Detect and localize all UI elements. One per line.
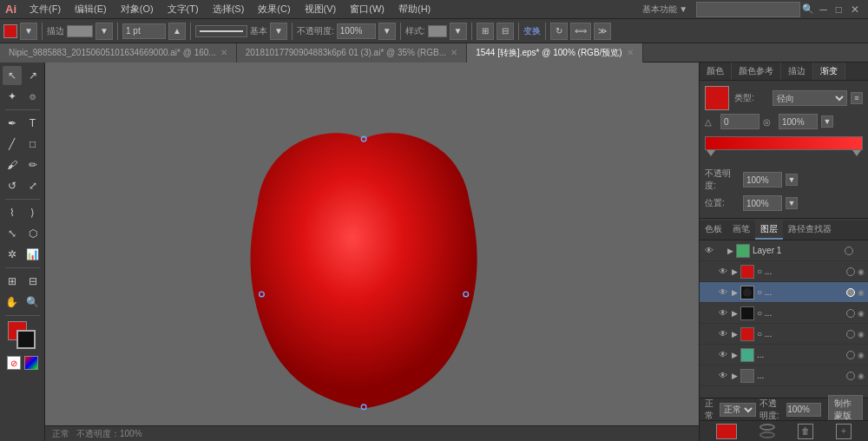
stroke-dropdown-btn[interactable]: ▼ bbox=[95, 23, 113, 40]
selection-tool[interactable]: ↖ bbox=[3, 66, 22, 85]
style-swatch[interactable] bbox=[428, 25, 447, 37]
width-tool[interactable]: ⟩ bbox=[23, 203, 43, 222]
tab-close-0[interactable]: ✕ bbox=[220, 48, 227, 57]
lasso-tool[interactable]: ⌾ bbox=[23, 87, 43, 106]
more-btn[interactable]: ≫ bbox=[594, 23, 611, 40]
close-icon[interactable]: ✕ bbox=[851, 3, 859, 16]
layer-item-3-target[interactable] bbox=[846, 330, 855, 339]
type-select[interactable]: 径向 bbox=[773, 90, 847, 106]
layer-1-target[interactable] bbox=[845, 247, 853, 255]
rotate-tool[interactable]: ↺ bbox=[3, 176, 22, 195]
new-layer-btn[interactable]: + bbox=[836, 424, 852, 439]
layer-item-1-target[interactable] bbox=[846, 288, 855, 297]
gradient-options-btn[interactable]: ≡ bbox=[851, 92, 863, 104]
layer-item-4-target[interactable] bbox=[846, 351, 855, 359]
reflect-btn[interactable]: ⟺ bbox=[570, 23, 591, 40]
slice-tool[interactable]: ⊟ bbox=[23, 272, 43, 291]
transform-label[interactable]: 变换 bbox=[523, 25, 541, 37]
layer-item-5[interactable]: 👁 ▶ ... ◉ bbox=[700, 365, 868, 386]
layer-1-eye-icon[interactable]: 👁 bbox=[703, 245, 715, 257]
layer-item-1-eye[interactable]: 👁 bbox=[717, 286, 729, 299]
menu-select[interactable]: 选择(S) bbox=[207, 1, 251, 17]
gradient-swatch[interactable] bbox=[705, 86, 729, 110]
gradient-tab[interactable]: 渐变 bbox=[813, 63, 845, 80]
gradient-color-btn[interactable] bbox=[24, 356, 38, 370]
stroke-width-up[interactable]: ▲ bbox=[168, 23, 186, 40]
hand-tool[interactable]: ✋ bbox=[3, 293, 22, 312]
menu-object[interactable]: 对象(O) bbox=[115, 1, 160, 17]
menu-edit[interactable]: 编辑(E) bbox=[69, 1, 113, 17]
artboard-tool[interactable]: ⊞ bbox=[3, 272, 22, 291]
pencil-tool[interactable]: ✏ bbox=[23, 155, 43, 174]
scale-input[interactable] bbox=[779, 114, 818, 129]
layer-item-3-eye[interactable]: 👁 bbox=[717, 328, 729, 340]
shape-tool[interactable]: □ bbox=[23, 135, 43, 154]
gradient-stop-right[interactable] bbox=[852, 150, 861, 156]
menu-text[interactable]: 文字(T) bbox=[161, 1, 205, 17]
position-dropdown-btn[interactable]: ▼ bbox=[786, 197, 798, 209]
menu-file[interactable]: 文件(F) bbox=[23, 1, 67, 17]
layer-item-0[interactable]: 👁 ▶ ○ ... ◉ bbox=[700, 261, 868, 282]
text-tool[interactable]: T bbox=[23, 114, 43, 133]
gradient-stop-left[interactable] bbox=[707, 150, 715, 156]
layer-item-0-arrow[interactable]: ▶ bbox=[732, 267, 738, 276]
rotate-btn[interactable]: ↻ bbox=[550, 23, 568, 40]
brushes-tab[interactable]: 画笔 bbox=[727, 220, 755, 240]
layer-item-3-arrow[interactable]: ▶ bbox=[732, 330, 738, 339]
angle-input[interactable] bbox=[720, 114, 760, 129]
layer-item-2-eye[interactable]: 👁 bbox=[717, 307, 729, 319]
color-ref-tab[interactable]: 颜色参考 bbox=[732, 63, 781, 80]
layer-item-5-target[interactable] bbox=[846, 372, 855, 380]
layer-item-0-eye[interactable]: 👁 bbox=[717, 266, 729, 278]
position-value-input[interactable] bbox=[743, 195, 782, 211]
direct-selection-tool[interactable]: ↗ bbox=[23, 66, 43, 85]
mode-select[interactable]: 正常 bbox=[720, 403, 756, 417]
stroke-color-display[interactable] bbox=[67, 25, 93, 37]
layer-1-header[interactable]: 👁 ▶ Layer 1 bbox=[700, 240, 868, 261]
stroke-color-box[interactable] bbox=[16, 330, 36, 349]
perspective-tool[interactable]: ⬡ bbox=[23, 224, 43, 243]
layer-1-arrow-icon[interactable]: ▶ bbox=[727, 247, 733, 255]
layer-item-1-arrow[interactable]: ▶ bbox=[732, 288, 738, 297]
symbol-sprayer-tool[interactable]: ✲ bbox=[3, 245, 22, 264]
color-tab[interactable]: 颜色 bbox=[700, 63, 732, 80]
minimize-icon[interactable]: ─ bbox=[819, 3, 827, 16]
base-dropdown-btn[interactable]: ▼ bbox=[270, 23, 287, 40]
layer-item-2[interactable]: 👁 ▶ ○ ... ◉ bbox=[700, 303, 868, 324]
opacity-value-input[interactable] bbox=[743, 172, 782, 188]
search-input[interactable] bbox=[696, 2, 800, 17]
menu-help[interactable]: 帮助(H) bbox=[392, 1, 437, 17]
distribute-btn[interactable]: ⊞ bbox=[477, 23, 494, 40]
tab-2[interactable]: 1544 [转换].eps* @ 100% (RGB/预览) ✕ bbox=[467, 43, 643, 63]
layer-item-2-target[interactable] bbox=[846, 309, 855, 318]
select-tool-btn[interactable]: ▼ bbox=[20, 23, 37, 40]
paintbrush-tool[interactable]: 🖌 bbox=[3, 155, 22, 174]
warp-tool[interactable]: ⌇ bbox=[3, 203, 22, 222]
tab-1[interactable]: 20181017790904883k6p6 01 (3).ai* @ 35% (… bbox=[237, 43, 467, 63]
column-graph-tool[interactable]: 📊 bbox=[23, 245, 43, 264]
opacity-dropdown-btn[interactable]: ▼ bbox=[786, 174, 798, 186]
tab-0[interactable]: Nipic_9885883_20150605101634669000.ai* @… bbox=[0, 43, 237, 63]
layer-item-4[interactable]: 👁 ▶ ... ◉ bbox=[700, 345, 868, 365]
align-btn[interactable]: ⊟ bbox=[496, 23, 514, 40]
menu-view[interactable]: 视图(V) bbox=[299, 1, 343, 17]
line-tool[interactable]: ╱ bbox=[3, 135, 22, 154]
layer-item-2-arrow[interactable]: ▶ bbox=[732, 309, 738, 318]
menu-effect[interactable]: 效果(C) bbox=[252, 1, 296, 17]
maximize-icon[interactable]: □ bbox=[836, 3, 842, 16]
zoom-tool[interactable]: 🔍 bbox=[23, 293, 43, 312]
footer-opacity-input[interactable] bbox=[786, 403, 821, 417]
swatches-tab[interactable]: 色板 bbox=[700, 220, 727, 240]
scale-tool[interactable]: ⤢ bbox=[23, 176, 43, 195]
none-color-btn[interactable]: ⊘ bbox=[7, 356, 21, 370]
layer-item-5-arrow[interactable]: ▶ bbox=[732, 372, 738, 380]
color-swap-area[interactable] bbox=[8, 321, 37, 351]
layer-item-4-arrow[interactable]: ▶ bbox=[732, 351, 738, 359]
delete-layer-btn[interactable]: 🗑 bbox=[798, 424, 813, 439]
layer-item-3[interactable]: 👁 ▶ ○ ... ◉ bbox=[700, 324, 868, 345]
layers-tab[interactable]: 图层 bbox=[755, 220, 783, 240]
opacity-input[interactable] bbox=[337, 23, 376, 39]
layer-item-1[interactable]: 👁 ▶ ○ ... ◉ bbox=[700, 282, 868, 303]
style-dropdown[interactable]: ▼ bbox=[450, 23, 467, 40]
layer-item-4-eye[interactable]: 👁 bbox=[717, 349, 729, 361]
